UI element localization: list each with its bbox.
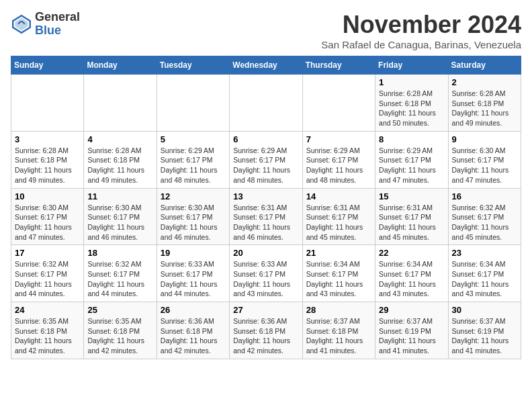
day-number: 16	[452, 191, 517, 201]
logo-blue: Blue	[35, 24, 80, 38]
day-info: Sunrise: 6:34 AM Sunset: 6:17 PM Dayligh…	[379, 259, 444, 299]
calendar-cell	[11, 75, 84, 132]
day-info: Sunrise: 6:32 AM Sunset: 6:17 PM Dayligh…	[15, 259, 80, 299]
calendar-cell	[157, 75, 229, 132]
day-number: 30	[452, 305, 517, 315]
calendar-cell: 29Sunrise: 6:37 AM Sunset: 6:19 PM Dayli…	[375, 302, 448, 359]
calendar-cell	[302, 75, 375, 132]
day-number: 1	[379, 77, 444, 87]
day-info: Sunrise: 6:32 AM Sunset: 6:17 PM Dayligh…	[87, 259, 152, 299]
logo-text: General Blue	[35, 11, 80, 38]
day-number: 13	[233, 191, 298, 201]
day-number: 21	[306, 248, 371, 258]
weekday-tuesday: Tuesday	[157, 56, 229, 75]
weekday-saturday: Saturday	[448, 56, 521, 75]
day-info: Sunrise: 6:37 AM Sunset: 6:19 PM Dayligh…	[452, 316, 517, 356]
day-number: 7	[306, 134, 371, 144]
day-number: 24	[15, 305, 80, 315]
calendar-table: SundayMondayTuesdayWednesdayThursdayFrid…	[11, 56, 521, 359]
day-info: Sunrise: 6:37 AM Sunset: 6:19 PM Dayligh…	[379, 316, 444, 356]
calendar-cell: 8Sunrise: 6:29 AM Sunset: 6:17 PM Daylig…	[375, 131, 448, 188]
weekday-sunday: Sunday	[11, 56, 84, 75]
day-number: 15	[379, 191, 444, 201]
calendar-cell: 12Sunrise: 6:30 AM Sunset: 6:17 PM Dayli…	[157, 188, 229, 245]
day-number: 10	[15, 191, 80, 201]
calendar-cell: 28Sunrise: 6:37 AM Sunset: 6:18 PM Dayli…	[302, 302, 375, 359]
title-block: November 2024 San Rafael de Canagua, Bar…	[321, 11, 521, 50]
weekday-wednesday: Wednesday	[230, 56, 302, 75]
svg-marker-1	[15, 17, 28, 30]
day-info: Sunrise: 6:31 AM Sunset: 6:17 PM Dayligh…	[306, 203, 371, 242]
day-number: 20	[233, 248, 298, 258]
calendar-cell: 5Sunrise: 6:29 AM Sunset: 6:17 PM Daylig…	[157, 131, 229, 188]
day-info: Sunrise: 6:33 AM Sunset: 6:17 PM Dayligh…	[233, 259, 298, 299]
calendar-cell: 24Sunrise: 6:35 AM Sunset: 6:18 PM Dayli…	[11, 302, 84, 359]
calendar-cell: 2Sunrise: 6:28 AM Sunset: 6:18 PM Daylig…	[448, 75, 521, 132]
day-number: 2	[452, 77, 517, 87]
calendar-cell: 27Sunrise: 6:36 AM Sunset: 6:18 PM Dayli…	[230, 302, 302, 359]
day-info: Sunrise: 6:30 AM Sunset: 6:17 PM Dayligh…	[452, 146, 517, 185]
day-number: 18	[87, 248, 152, 258]
page-header: General Blue November 2024 San Rafael de…	[11, 11, 521, 50]
location: San Rafael de Canagua, Barinas, Venezuel…	[321, 39, 521, 50]
day-info: Sunrise: 6:28 AM Sunset: 6:18 PM Dayligh…	[379, 89, 444, 128]
day-number: 4	[87, 134, 152, 144]
day-info: Sunrise: 6:29 AM Sunset: 6:17 PM Dayligh…	[233, 146, 298, 185]
calendar-cell: 11Sunrise: 6:30 AM Sunset: 6:17 PM Dayli…	[84, 188, 157, 245]
calendar-body: 1Sunrise: 6:28 AM Sunset: 6:18 PM Daylig…	[11, 75, 521, 359]
calendar-cell: 4Sunrise: 6:28 AM Sunset: 6:18 PM Daylig…	[84, 131, 157, 188]
day-info: Sunrise: 6:35 AM Sunset: 6:18 PM Dayligh…	[87, 316, 152, 356]
calendar-cell: 18Sunrise: 6:32 AM Sunset: 6:17 PM Dayli…	[84, 245, 157, 302]
day-number: 8	[379, 134, 444, 144]
day-number: 29	[379, 305, 444, 315]
calendar-cell: 25Sunrise: 6:35 AM Sunset: 6:18 PM Dayli…	[84, 302, 157, 359]
calendar-cell: 1Sunrise: 6:28 AM Sunset: 6:18 PM Daylig…	[375, 75, 448, 132]
calendar-cell: 19Sunrise: 6:33 AM Sunset: 6:17 PM Dayli…	[157, 245, 229, 302]
calendar-cell	[230, 75, 302, 132]
day-info: Sunrise: 6:29 AM Sunset: 6:17 PM Dayligh…	[379, 146, 444, 185]
day-info: Sunrise: 6:30 AM Sunset: 6:17 PM Dayligh…	[15, 203, 80, 242]
day-number: 9	[452, 134, 517, 144]
day-number: 25	[87, 305, 152, 315]
calendar-week-5: 24Sunrise: 6:35 AM Sunset: 6:18 PM Dayli…	[11, 302, 521, 359]
calendar-cell: 30Sunrise: 6:37 AM Sunset: 6:19 PM Dayli…	[448, 302, 521, 359]
day-info: Sunrise: 6:30 AM Sunset: 6:17 PM Dayligh…	[161, 203, 226, 242]
day-info: Sunrise: 6:32 AM Sunset: 6:17 PM Dayligh…	[452, 203, 517, 242]
weekday-monday: Monday	[84, 56, 157, 75]
day-number: 27	[233, 305, 298, 315]
day-number: 5	[161, 134, 226, 144]
day-info: Sunrise: 6:29 AM Sunset: 6:17 PM Dayligh…	[306, 146, 371, 185]
day-info: Sunrise: 6:36 AM Sunset: 6:18 PM Dayligh…	[233, 316, 298, 356]
day-number: 3	[15, 134, 80, 144]
calendar-cell: 20Sunrise: 6:33 AM Sunset: 6:17 PM Dayli…	[230, 245, 302, 302]
calendar-cell: 15Sunrise: 6:31 AM Sunset: 6:17 PM Dayli…	[375, 188, 448, 245]
logo: General Blue	[11, 11, 80, 38]
day-info: Sunrise: 6:28 AM Sunset: 6:18 PM Dayligh…	[87, 146, 152, 185]
day-number: 23	[452, 248, 517, 258]
day-info: Sunrise: 6:28 AM Sunset: 6:18 PM Dayligh…	[15, 146, 80, 185]
calendar-week-1: 1Sunrise: 6:28 AM Sunset: 6:18 PM Daylig…	[11, 75, 521, 132]
calendar-cell: 26Sunrise: 6:36 AM Sunset: 6:18 PM Dayli…	[157, 302, 229, 359]
calendar-cell: 13Sunrise: 6:31 AM Sunset: 6:17 PM Dayli…	[230, 188, 302, 245]
calendar-cell: 16Sunrise: 6:32 AM Sunset: 6:17 PM Dayli…	[448, 188, 521, 245]
day-number: 28	[306, 305, 371, 315]
calendar-cell: 22Sunrise: 6:34 AM Sunset: 6:17 PM Dayli…	[375, 245, 448, 302]
month-title: November 2024	[321, 11, 521, 39]
day-number: 14	[306, 191, 371, 201]
day-number: 19	[161, 248, 226, 258]
calendar-week-2: 3Sunrise: 6:28 AM Sunset: 6:18 PM Daylig…	[11, 131, 521, 188]
calendar-cell: 7Sunrise: 6:29 AM Sunset: 6:17 PM Daylig…	[302, 131, 375, 188]
calendar-cell: 17Sunrise: 6:32 AM Sunset: 6:17 PM Dayli…	[11, 245, 84, 302]
calendar-cell	[84, 75, 157, 132]
day-number: 17	[15, 248, 80, 258]
day-number: 22	[379, 248, 444, 258]
weekday-header-row: SundayMondayTuesdayWednesdayThursdayFrid…	[11, 56, 521, 75]
day-info: Sunrise: 6:31 AM Sunset: 6:17 PM Dayligh…	[233, 203, 298, 242]
weekday-friday: Friday	[375, 56, 448, 75]
day-number: 26	[161, 305, 226, 315]
day-number: 6	[233, 134, 298, 144]
day-info: Sunrise: 6:33 AM Sunset: 6:17 PM Dayligh…	[161, 259, 226, 299]
day-number: 11	[87, 191, 152, 201]
calendar-cell: 10Sunrise: 6:30 AM Sunset: 6:17 PM Dayli…	[11, 188, 84, 245]
calendar-cell: 14Sunrise: 6:31 AM Sunset: 6:17 PM Dayli…	[302, 188, 375, 245]
